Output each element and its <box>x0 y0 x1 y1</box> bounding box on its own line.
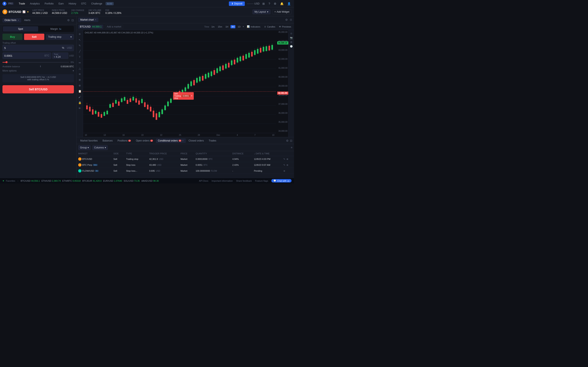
add-widget-button[interactable]: + Add Widget <box>272 9 292 14</box>
order-type-dropdown[interactable]: Trailing stop ▾ <box>46 34 74 40</box>
nav-otc[interactable]: OTC <box>79 2 88 5</box>
share-feedback-link[interactable]: Share feedback <box>236 180 252 182</box>
nav-portfolio[interactable]: Portfolio <box>43 2 55 5</box>
close-conditional-tab-icon[interactable]: ✕ <box>182 140 184 142</box>
tab-market-favorites[interactable]: Market favorites <box>78 138 100 143</box>
bottom-panel-expand-icon[interactable]: ⊡ <box>290 139 292 142</box>
favorite-star[interactable]: ★ <box>27 10 29 13</box>
bell-icon[interactable]: 🔔 <box>279 2 285 5</box>
measure-icon[interactable]: ⇔ <box>78 60 82 65</box>
tab-alerts[interactable]: Alerts <box>22 18 33 22</box>
nav-analytics[interactable]: Analytics <box>28 2 42 5</box>
status-solusd[interactable]: SOL/USD 73.35 <box>124 180 140 182</box>
cancel-icon[interactable]: ⊗ <box>283 170 285 172</box>
status-aaveusd[interactable]: AAVE/USD 98.30 <box>141 180 159 182</box>
status-favorites[interactable]: Favorites <box>6 180 15 182</box>
columns-select[interactable]: Columns ▾ <box>92 145 108 150</box>
tab-spot[interactable]: Spot <box>3 26 38 32</box>
usd-unit[interactable]: USD <box>67 47 72 49</box>
cursor-icon[interactable]: ↖ <box>78 38 82 42</box>
more-options-row[interactable]: More options ▾ <box>2 69 74 72</box>
eye-icon[interactable]: 👁 <box>78 106 82 110</box>
edit-icon[interactable]: ✎ <box>283 158 285 160</box>
tab-conditional-orders[interactable]: Conditional orders 3 ✕ <box>156 138 186 143</box>
status-ethusd[interactable]: ETH/USD 2,369.74 <box>42 180 61 182</box>
lock-icon[interactable]: 🔒 <box>78 100 82 105</box>
status-btceur[interactable]: BTC/EUR 41,428.0 <box>82 180 102 182</box>
settings-icon[interactable]: ⚙ <box>273 2 277 5</box>
order-icon[interactable]: 📋 <box>78 89 82 93</box>
clock-icon[interactable]: 🕐 <box>290 45 293 48</box>
panel-expand-icon[interactable]: ⊡ <box>71 18 74 22</box>
group-select[interactable]: Group ▾ <box>78 145 91 150</box>
time-4h[interactable]: 4H <box>231 25 235 28</box>
zoom-reset-icon[interactable]: ⊙ <box>290 32 293 35</box>
time-1m[interactable]: 1m <box>210 25 215 28</box>
tab-trades[interactable]: Trades <box>207 138 218 143</box>
grid-icon[interactable]: ⊞ <box>261 2 266 5</box>
chart-symbol-badge[interactable]: BTC/USD 44,569.1 <box>78 25 103 29</box>
quantity-slider[interactable] <box>2 62 69 63</box>
balance-badge[interactable]: $150 <box>105 2 114 5</box>
balance-info-icon[interactable]: ℹ <box>40 65 41 68</box>
status-btcusd[interactable]: BTC/USD 44,556.1 <box>21 180 40 182</box>
pattern-icon[interactable]: ⊕ <box>78 77 82 82</box>
cancel-icon[interactable]: ⊗ <box>286 164 288 166</box>
nav-trade[interactable]: Trade <box>17 2 27 5</box>
chart-settings-icon[interactable]: ⚙ <box>285 18 288 22</box>
nav-logo[interactable]: ₿ PRO <box>2 2 14 6</box>
indicators-button[interactable]: 📊 Indicators <box>246 25 261 28</box>
ticker-symbol[interactable]: ₿ BTC/USD 📈 ★ <box>2 9 29 14</box>
line-icon[interactable]: ╱ <box>78 49 82 53</box>
chart-tab-market[interactable]: Market chart ✕ <box>78 17 98 22</box>
nav-earn[interactable]: Earn <box>57 2 65 5</box>
zoom-in-icon[interactable]: ⊕ <box>78 83 82 88</box>
table-settings-icon[interactable]: ≡ <box>291 146 292 149</box>
close-trailing-stop-icon[interactable]: ✕ <box>191 95 192 97</box>
important-info-link[interactable]: Important information <box>212 180 233 182</box>
shapes-icon[interactable]: △ <box>78 66 82 71</box>
time-1d[interactable]: 1D <box>237 25 242 28</box>
question-icon[interactable]: ? <box>268 2 271 5</box>
drawing-icon[interactable]: 🖌 <box>78 95 82 99</box>
nav-challenge[interactable]: Challenge <box>90 2 104 5</box>
close-order-form-icon[interactable]: ✕ <box>17 19 19 21</box>
status-ethbtc[interactable]: ETH/BTC 0.05318 <box>62 180 81 182</box>
panel-settings-icon[interactable]: ⚙ <box>67 18 70 22</box>
close-chart-tab-icon[interactable]: ✕ <box>95 18 96 21</box>
pct-unit[interactable]: % <box>62 47 64 49</box>
chat-button[interactable]: 💬 Chat with us <box>271 179 292 183</box>
tab-positions[interactable]: Positions 2 <box>116 138 133 143</box>
quantity-input[interactable] <box>4 54 44 57</box>
fibonacci-icon[interactable]: ≋ <box>78 72 82 76</box>
time-more-icon[interactable]: ▾ <box>243 25 244 28</box>
feature-flags-link[interactable]: Feature flags <box>255 180 268 182</box>
nav-history[interactable]: History <box>67 2 78 5</box>
sell-button[interactable]: Sell <box>24 34 44 40</box>
add-market-button[interactable]: Add a market <box>105 25 123 29</box>
user-icon[interactable]: 👤 <box>286 2 292 5</box>
api-docs-link[interactable]: API Docs <box>199 180 208 182</box>
currency-selector[interactable]: ·········· USD <box>247 2 259 5</box>
time-1h[interactable]: 1H <box>224 25 229 28</box>
sell-submit-button[interactable]: Sell BTC/USD <box>2 85 74 93</box>
slider-thumb[interactable] <box>6 61 8 63</box>
bottom-panel-settings-icon[interactable]: ⚙ <box>286 139 289 142</box>
trailing-offset-input[interactable] <box>4 47 61 50</box>
chart-expand-icon[interactable]: ⊡ <box>290 18 292 22</box>
layout-selector[interactable]: My Layout ▾ <box>252 9 270 14</box>
edit-icon[interactable]: ✎ <box>283 164 285 166</box>
deposit-button[interactable]: ⬇ Deposit <box>229 1 245 6</box>
previews-button[interactable]: 👁 Previews <box>278 25 292 28</box>
text-icon[interactable]: T <box>78 55 82 59</box>
expand-price-icon[interactable]: ⊞ <box>290 40 293 44</box>
buy-button[interactable]: Buy <box>2 34 22 40</box>
pencil-icon[interactable]: ✎ <box>78 43 82 48</box>
tab-balances[interactable]: Balances <box>100 138 114 143</box>
tab-closed-orders[interactable]: Closed orders <box>187 138 206 143</box>
camera-icon[interactable]: 📷 <box>290 36 293 40</box>
status-eurusd[interactable]: EUR/USD 1.07640 <box>103 180 122 182</box>
time-15m[interactable]: 15m <box>217 25 223 28</box>
tab-order-form[interactable]: Order form ✕ <box>2 18 21 22</box>
chart-icon[interactable]: 📈 <box>22 10 26 13</box>
